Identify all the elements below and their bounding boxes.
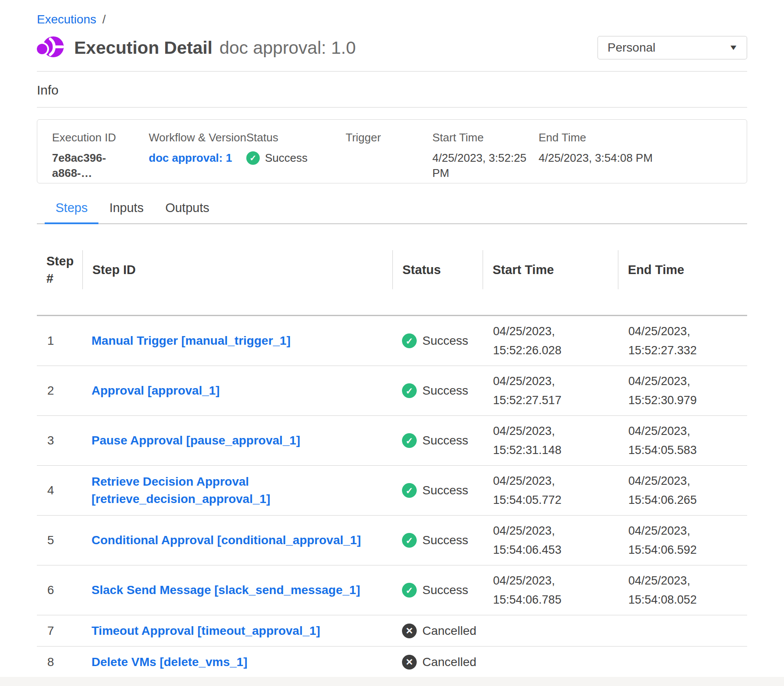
step-start-time: 04/25/2023, 15:52:26.028 (483, 322, 618, 360)
step-status: ✓ Success (392, 533, 483, 548)
field-label: Status (246, 131, 346, 144)
table-row: 8 Delete VMs [delete_vms_1] ✕ Cancelled (37, 647, 747, 677)
step-start-time: 04/25/2023, 15:54:06.453 (483, 521, 618, 559)
table-row: 6 Slack Send Message [slack_send_message… (37, 565, 747, 615)
chevron-down-icon: ▼ (728, 43, 738, 52)
step-id-link[interactable]: Manual Trigger [manual_trigger_1] (91, 334, 291, 347)
execution-id-value: 7e8ac396-a868-… (52, 150, 149, 181)
step-start-time: 04/25/2023, 15:52:31.148 (483, 421, 618, 460)
steps-table-body: 1 Manual Trigger [manual_trigger_1] ✓ Su… (37, 316, 747, 677)
success-check-icon: ✓ (246, 151, 260, 165)
field-execution-id: Execution ID 7e8ac396-a868-… (52, 131, 149, 183)
col-step-id: Step ID (82, 250, 392, 289)
tab-steps[interactable]: Steps (45, 201, 98, 224)
steps-table: Step # Step ID Status Start Time End Tim… (37, 224, 747, 677)
step-start-time: 04/25/2023, 15:52:27.517 (483, 372, 618, 410)
step-id-link[interactable]: Timeout Approval [timeout_approval_1] (91, 624, 320, 637)
tab-inputs[interactable]: Inputs (98, 201, 154, 224)
status-icon: ✓ (402, 483, 417, 498)
start-time-value: 4/25/2023, 3:52:25 PM (432, 150, 539, 181)
field-label: Trigger (346, 131, 432, 144)
table-row: 2 Approval [approval_1] ✓ Success 04/25/… (37, 366, 747, 416)
status-text: Success (422, 384, 468, 398)
table-row: 1 Manual Trigger [manual_trigger_1] ✓ Su… (37, 316, 747, 366)
step-id-link[interactable]: Pause Approval [pause_approval_1] (91, 434, 300, 447)
steps-table-header: Step # Step ID Status Start Time End Tim… (37, 224, 747, 316)
step-id-link[interactable]: Conditional Approval [conditional_approv… (91, 533, 361, 547)
status-icon: ✓ (402, 583, 417, 598)
step-end-time: 04/25/2023, 15:54:06.265 (618, 471, 747, 510)
step-id-link[interactable]: Slack Send Message [slack_send_message_1… (91, 583, 360, 597)
step-status: ✓ Success (392, 483, 483, 498)
step-end-time: 04/25/2023, 15:52:30.979 (618, 372, 747, 410)
field-start-time: Start Time 4/25/2023, 3:52:25 PM (432, 131, 539, 183)
workflow-version-link[interactable]: doc approval: 1 (149, 151, 232, 164)
execution-info-card: Execution ID 7e8ac396-a868-… Workflow & … (37, 119, 747, 183)
status-icon: ✕ (402, 655, 417, 670)
status-text: Cancelled (422, 655, 477, 669)
info-divider (37, 107, 747, 108)
status-text: Success (422, 334, 468, 348)
step-end-time: 04/25/2023, 15:54:05.583 (618, 421, 747, 460)
step-number: 3 (37, 434, 82, 448)
field-end-time: End Time 4/25/2023, 3:54:08 PM (539, 131, 738, 183)
step-number: 4 (37, 483, 82, 497)
col-step-num: Step # (37, 224, 82, 315)
status-icon: ✕ (402, 624, 417, 638)
col-end-time: End Time (618, 250, 747, 289)
step-id-link[interactable]: Approval [approval_1] (91, 384, 220, 397)
workflow-brand-icon (37, 34, 65, 62)
page-header: Execution Detail doc approval: 1.0 Perso… (37, 34, 747, 62)
step-status: ✓ Success (392, 333, 483, 348)
field-label: Execution ID (52, 131, 149, 144)
status-text: Success (422, 483, 468, 497)
page-subtitle: doc approval: 1.0 (219, 38, 356, 58)
tab-outputs[interactable]: Outputs (154, 201, 220, 224)
status-text: Success (422, 533, 468, 547)
field-status: Status ✓ Success (246, 131, 346, 183)
step-id-link[interactable]: Delete VMs [delete_vms_1] (91, 655, 248, 669)
workspace-dropdown-value: Personal (608, 41, 656, 55)
field-trigger: Trigger (346, 131, 432, 183)
table-row: 3 Pause Approval [pause_approval_1] ✓ Su… (37, 416, 747, 466)
field-label: Start Time (432, 131, 539, 144)
step-number: 6 (37, 583, 82, 597)
step-status: ✓ Success (392, 583, 483, 598)
status-text: Success (422, 583, 468, 597)
detail-tabs: Steps Inputs Outputs (37, 201, 747, 224)
step-status: ✕ Cancelled (392, 655, 483, 670)
table-row: 4 Retrieve Decision Approval [retrieve_d… (37, 466, 747, 516)
end-time-value: 4/25/2023, 3:54:08 PM (539, 150, 738, 166)
field-label: Workflow & Version (149, 131, 246, 144)
breadcrumb: Executions/ (37, 12, 747, 27)
page-title: Execution Detail (74, 38, 212, 58)
step-number: 8 (37, 655, 82, 669)
breadcrumb-separator: / (102, 13, 106, 26)
field-label: End Time (539, 131, 738, 144)
step-end-time: 04/25/2023, 15:52:27.332 (618, 322, 747, 360)
status-text: Success (422, 434, 468, 448)
step-start-time: 04/25/2023, 15:54:05.772 (483, 471, 618, 510)
workspace-dropdown[interactable]: Personal ▼ (598, 36, 747, 59)
step-number: 5 (37, 533, 82, 547)
step-status: ✓ Success (392, 433, 483, 448)
step-status: ✕ Cancelled (392, 624, 483, 638)
step-number: 7 (37, 624, 82, 638)
status-icon: ✓ (402, 333, 417, 348)
step-id-link[interactable]: Retrieve Decision Approval [retrieve_dec… (91, 475, 270, 506)
field-workflow-version: Workflow & Version doc approval: 1 (149, 131, 246, 183)
execution-detail-page: Executions/ Execution Detail doc approva… (0, 0, 784, 677)
status-text: Cancelled (422, 624, 477, 638)
breadcrumb-executions-link[interactable]: Executions (37, 13, 96, 26)
status-icon: ✓ (402, 383, 417, 398)
status-icon: ✓ (402, 533, 417, 548)
col-status: Status (392, 250, 483, 289)
step-end-time: 04/25/2023, 15:54:06.592 (618, 521, 747, 559)
step-number: 2 (37, 384, 82, 398)
step-end-time: 04/25/2023, 15:54:08.052 (618, 571, 747, 609)
step-status: ✓ Success (392, 383, 483, 398)
table-row: 7 Timeout Approval [timeout_approval_1] … (37, 615, 747, 647)
step-start-time: 04/25/2023, 15:54:06.785 (483, 571, 618, 609)
info-section-title: Info (37, 83, 747, 98)
status-icon: ✓ (402, 433, 417, 448)
